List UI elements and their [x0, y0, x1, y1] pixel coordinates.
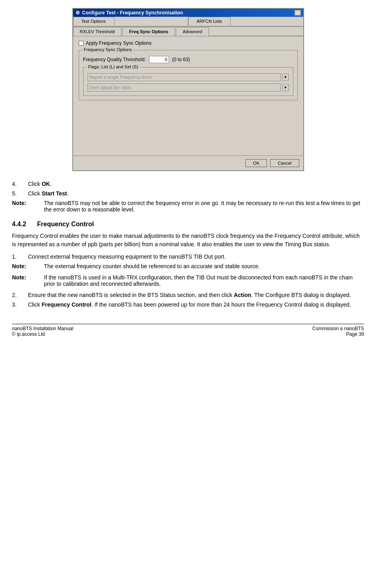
section-note-1-label: Note: [12, 263, 44, 269]
dialog-content: Apply Frequency Sync Options Frequency S… [73, 36, 303, 155]
step-4-num: 4. [12, 181, 28, 187]
blank-area [79, 104, 298, 151]
tab-test-options[interactable]: Test Options [73, 17, 114, 26]
section-note-1-text: The external frequency counter should be… [44, 263, 364, 269]
step-5-text: Click Start Test. [28, 190, 364, 197]
step-5-num: 5. [12, 190, 28, 197]
section-step-1-text: Connect external frequency measuring equ… [28, 253, 364, 260]
section-step-1-row: 1. Connect external frequency measuring … [12, 253, 364, 260]
quality-threshold-input[interactable] [149, 56, 169, 63]
apply-sync-checkbox[interactable] [79, 41, 84, 46]
section-note-2-text: If the nanoBTS is used in a Multi-TRX co… [44, 274, 364, 287]
close-button[interactable]: ✕ [294, 10, 301, 16]
footer-left-line1: nanoBTS Installation Manual [12, 326, 73, 331]
section-note-2-row: Note: If the nanoBTS is used in a Multi-… [12, 274, 364, 287]
step-5-after: . [67, 190, 69, 197]
step-5-plain: Click [28, 190, 42, 197]
dialog-footer: OK Cancel [73, 155, 303, 170]
section-step-2-text: Ensure that the new nanoBTS is selected … [28, 292, 364, 298]
footer-right: Commission a nanoBTS Page 39 [312, 326, 364, 337]
step-4-row: 4. Click OK. [12, 181, 364, 187]
dropdown2-value: Don't adjust the clock [90, 85, 131, 90]
footer-left: nanoBTS Installation Manual © ip.access … [12, 326, 73, 337]
dialog-window: ⚙ Configure Test - Frequency Synchronisa… [72, 8, 304, 171]
step-4-plain: Click [28, 181, 42, 187]
note1-text: The nanoBTS may not be able to correct t… [44, 200, 364, 213]
freq-control-bold: Frequency Control [42, 301, 91, 308]
dialog-icon: ⚙ [76, 10, 80, 16]
flags-group: Flags: List (L) and Set (S) Report a sin… [83, 67, 293, 96]
top-tabs-row: Test Options ARFCN Lists [73, 17, 303, 27]
dropdown2-row: Don't adjust the clock ▼ [88, 84, 289, 92]
dialog-screenshot: ⚙ Configure Test - Frequency Synchronisa… [12, 8, 364, 171]
section-step-3-text: Click Frequency Control. If the nanoBTS … [28, 301, 364, 308]
section-step-2-row: 2. Ensure that the new nanoBTS is select… [12, 292, 364, 298]
dialog-title: Configure Test - Frequency Synchronisati… [82, 10, 183, 16]
section-step-3-row: 3. Click Frequency Control. If the nanoB… [12, 301, 364, 308]
note1-row: Note: The nanoBTS may not be able to cor… [12, 200, 364, 213]
dropdown1-row: Report a single Frequency Error ▼ [88, 73, 289, 81]
step-4-after: . [50, 181, 52, 187]
dialog-titlebar: ⚙ Configure Test - Frequency Synchronisa… [73, 9, 303, 17]
section-heading: 4.4.2 Frequency Control [12, 221, 364, 228]
apply-sync-label: Apply Frequency Sync Options [86, 40, 152, 46]
section-num: 4.4.2 [12, 221, 26, 227]
tab-rxlev[interactable]: RXLEV Threshold [73, 27, 122, 36]
cancel-button[interactable]: Cancel [270, 159, 299, 167]
freq-sync-group: Frequency Sync Options Frequency Quality… [79, 50, 298, 100]
footer-right-line2: Page 39 [312, 331, 364, 337]
note1-label: Note: [12, 200, 44, 206]
ok-button[interactable]: OK [245, 159, 267, 167]
quality-threshold-range: (0 to 63) [172, 57, 190, 62]
section-note-2-label: Note: [12, 274, 44, 281]
bottom-tabs-row: RXLEV Threshold Freq Sync Options Advanc… [73, 27, 303, 36]
step-5-bold: Start Test [42, 190, 67, 197]
quality-threshold-row: Frequency Quality Threshold: (0 to 63) [83, 56, 293, 63]
dropdown1[interactable]: Report a single Frequency Error [88, 73, 281, 81]
dropdown2[interactable]: Don't adjust the clock [88, 84, 281, 92]
quality-threshold-label: Frequency Quality Threshold: [83, 57, 146, 62]
freq-sync-group-title: Frequency Sync Options [82, 47, 133, 52]
section-title: Frequency Control [37, 221, 94, 227]
tab-arfcn-lists[interactable]: ARFCN Lists [188, 17, 231, 26]
dropdown1-value: Report a single Frequency Error [90, 75, 152, 80]
step-4-text: Click OK. [28, 181, 364, 187]
apply-sync-checkbox-row: Apply Frequency Sync Options [79, 40, 298, 46]
section-para: Frequency Control enables the user to ma… [12, 232, 364, 249]
page-footer: nanoBTS Installation Manual © ip.access … [12, 324, 364, 337]
action-bold: Action [234, 292, 251, 298]
step-4-bold: OK [42, 181, 50, 187]
step-5-row: 5. Click Start Test. [12, 190, 364, 197]
section-step-2-num: 2. [12, 292, 28, 298]
section-note-1-row: Note: The external frequency counter sho… [12, 263, 364, 269]
section-step-3-num: 3. [12, 301, 28, 308]
flags-group-title: Flags: List (L) and Set (S) [87, 64, 140, 69]
tab-freq-sync[interactable]: Freq Sync Options [122, 27, 175, 36]
dropdown2-arrow[interactable]: ▼ [282, 84, 289, 91]
footer-left-line2: © ip.access Ltd [12, 331, 73, 337]
footer-right-line1: Commission a nanoBTS [312, 326, 364, 331]
tab-advanced[interactable]: Advanced [176, 27, 209, 36]
section-step-1-num: 1. [12, 253, 28, 260]
dropdown1-arrow[interactable]: ▼ [282, 74, 289, 81]
titlebar-left: ⚙ Configure Test - Frequency Synchronisa… [76, 10, 183, 16]
